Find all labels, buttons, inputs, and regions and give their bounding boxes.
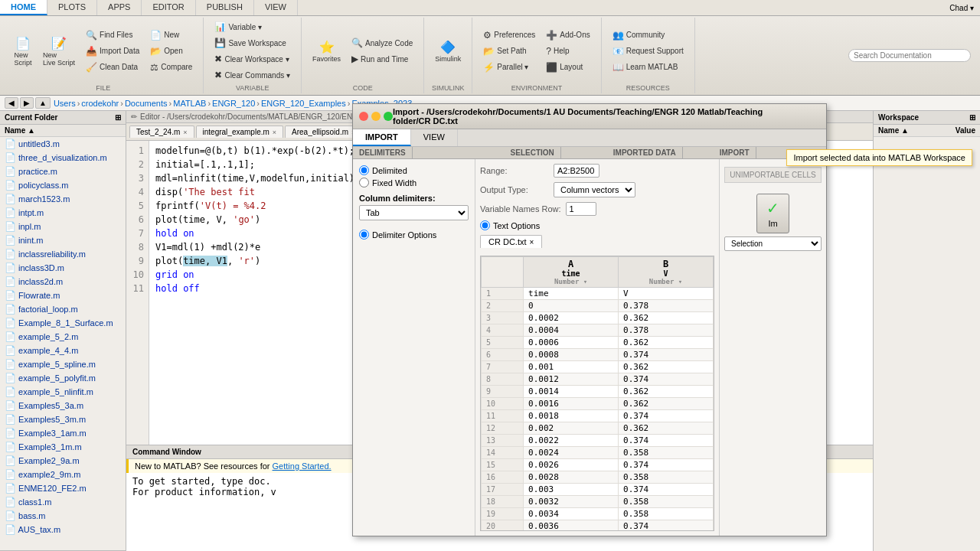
path-4[interactable]: MATLAB [173, 99, 206, 108]
list-item[interactable]: 📄 AUS_tax.m [0, 523, 126, 536]
compare-button[interactable]: ⚖ Compare [145, 60, 197, 75]
up-button[interactable]: ▲ [35, 97, 51, 109]
list-item[interactable]: 📄 inclass2d.m [0, 275, 126, 289]
list-item[interactable]: 📄 march1523.m [0, 192, 126, 206]
list-item[interactable]: 📄 ENME120_FE2.m [0, 481, 126, 495]
help-button[interactable]: ? Help [541, 44, 594, 59]
parallel-button[interactable]: ⚡ Parallel ▾ [479, 60, 540, 75]
list-item[interactable]: 📄 example_5_polyfit.m [0, 371, 126, 385]
run-and-time-button[interactable]: ▶ Run and Time [347, 51, 417, 67]
import-data-button[interactable]: ✓ Im [756, 194, 789, 233]
dialog-min-button[interactable] [371, 112, 381, 121]
list-item[interactable]: 📄 bass.m [0, 509, 126, 523]
resources-group-label: RESOURCES [626, 84, 670, 92]
open-label: Open [164, 47, 182, 55]
delimited-radio[interactable]: Delimited [359, 165, 469, 175]
fixed-width-radio[interactable]: Fixed Width [359, 178, 469, 187]
list-item[interactable]: 📄 Examples5_3m.m [0, 412, 126, 426]
tab-publish[interactable]: PUBLISH [196, 0, 254, 15]
community-button[interactable]: 👥 Community [608, 28, 688, 43]
cr-dc-tab[interactable]: CR DC.txt × [480, 235, 542, 248]
list-item[interactable]: 📄 untitled3.m [0, 137, 126, 151]
import-data-button[interactable]: 📥 Import Data [81, 44, 144, 59]
path-6[interactable]: ENGR_120_Examples [261, 99, 346, 108]
save-workspace-button[interactable]: 💾 Save Workspace [210, 35, 295, 51]
output-type-select[interactable]: Column vectors Numeric matrix Table Cell… [554, 182, 635, 197]
workspace-menu[interactable]: ⊞ [969, 113, 975, 122]
list-item[interactable]: 📄 practice.m [0, 165, 126, 178]
new-button[interactable]: 📄 New [145, 28, 197, 43]
simulink-button[interactable]: 🔷 Simulink [430, 37, 466, 66]
dialog-close-button[interactable] [359, 112, 368, 121]
row-number: 14 [482, 447, 524, 459]
list-item[interactable]: 📄 Example2_9a.m [0, 454, 126, 468]
tab-integral[interactable]: integral_example.m × [196, 126, 284, 138]
list-item[interactable]: 📄 example_5_nlinfit.m [0, 385, 126, 399]
favorites-button[interactable]: ⭐ Favorites [308, 37, 345, 66]
tab-plots[interactable]: PLOTS [47, 0, 97, 15]
variable-button[interactable]: 📊 Variable ▾ [210, 19, 295, 34]
list-item[interactable]: 📄 example_5_2.m [0, 330, 126, 344]
request-support-button[interactable]: 📧 Request Support [608, 44, 688, 59]
delimiter-options-btn[interactable]: Delimiter Options [359, 227, 469, 243]
dialog-tab-import[interactable]: IMPORT [353, 129, 411, 146]
list-item[interactable]: 📄 three_d_visualization.m [0, 151, 126, 165]
path-1[interactable]: Users [54, 99, 76, 108]
list-item[interactable]: 📄 class1.m [0, 495, 126, 509]
list-item[interactable]: 📄 inclass3D.m [0, 261, 126, 275]
clear-commands-button[interactable]: ✖ Clear Commands ▾ [210, 67, 295, 83]
list-item[interactable]: 📄 inclassreliability.m [0, 247, 126, 261]
list-item[interactable]: 📄 example_5_spline.m [0, 357, 126, 371]
sidebar-toggle[interactable]: ⊞ [115, 113, 121, 122]
range-input[interactable] [554, 164, 599, 178]
new-live-script-button[interactable]: 📝 NewLive Script [38, 33, 80, 70]
dialog-tab-view[interactable]: VIEW [411, 129, 458, 146]
list-item[interactable]: 📄 intpt.m [0, 206, 126, 220]
tab-area[interactable]: Area_ellipsoid.m × [285, 126, 362, 138]
clean-data-button[interactable]: 🧹 Clean Data [81, 60, 144, 75]
path-2[interactable]: crodekohr [81, 99, 119, 108]
close-file-tab[interactable]: × [530, 238, 534, 246]
clear-workspace-button[interactable]: ✖ Clear Workspace ▾ [210, 51, 295, 67]
cell-v: 0.374 [619, 520, 714, 532]
set-path-label: Set Path [497, 47, 526, 55]
layout-button[interactable]: ⬛ Layout [541, 60, 594, 75]
back-button[interactable]: ◀ [5, 97, 18, 109]
path-5[interactable]: ENGR_120 [212, 99, 255, 108]
list-item[interactable]: 📄 Example3_1am.m [0, 426, 126, 440]
file-group-label: FILE [96, 84, 110, 92]
list-item[interactable]: 📄 policyclass.m [0, 178, 126, 192]
tab-view[interactable]: VIEW [254, 0, 298, 15]
import-mode-select[interactable]: Selection All [724, 236, 822, 251]
tab-editor[interactable]: EDITOR [142, 0, 195, 15]
list-item[interactable]: 📄 example2_9m.m [0, 468, 126, 481]
list-item[interactable]: 📄 Flowrate.m [0, 289, 126, 302]
close-tab-test224[interactable]: × [183, 129, 187, 136]
list-item[interactable]: 📄 Examples5_3a.m [0, 399, 126, 412]
list-item[interactable]: 📄 inint.m [0, 233, 126, 247]
close-tab-integral[interactable]: × [273, 129, 276, 136]
path-3[interactable]: Documents [125, 99, 168, 108]
dialog-max-button[interactable] [384, 112, 393, 121]
list-item[interactable]: 📄 example_4_4.m [0, 344, 126, 357]
var-names-input[interactable] [566, 202, 596, 216]
list-item[interactable]: 📄 Example3_1m.m [0, 440, 126, 454]
analyze-code-button[interactable]: 🔍 Analyze Code [347, 35, 417, 51]
find-files-button[interactable]: 🔍 Find Files [81, 28, 144, 43]
learn-matlab-button[interactable]: 📖 Learn MATLAB [608, 60, 688, 75]
search-input[interactable] [848, 49, 971, 62]
list-item[interactable]: 📄 Example_8_1_Surface.m [0, 316, 126, 330]
set-path-button[interactable]: 📂 Set Path [479, 44, 540, 59]
tab-test224[interactable]: Test_2_24.m × [129, 126, 194, 138]
list-item[interactable]: 📄 inpl.m [0, 220, 126, 233]
open-button[interactable]: 📂 Open [145, 44, 197, 59]
tab-home[interactable]: HOME [0, 0, 47, 15]
forward-button[interactable]: ▶ [20, 97, 34, 109]
add-ons-button[interactable]: ➕ Add-Ons [541, 28, 594, 43]
tab-apps[interactable]: APPS [97, 0, 142, 15]
list-item[interactable]: 📄 factorial_loop.m [0, 302, 126, 316]
getting-started-link[interactable]: Getting Started. [273, 461, 332, 471]
new-script-button[interactable]: 📄 NewScript [9, 33, 37, 70]
preferences-button[interactable]: ⚙ Preferences [479, 28, 540, 43]
delimiter-select[interactable]: Tab Comma Space Semicolon [359, 205, 469, 220]
